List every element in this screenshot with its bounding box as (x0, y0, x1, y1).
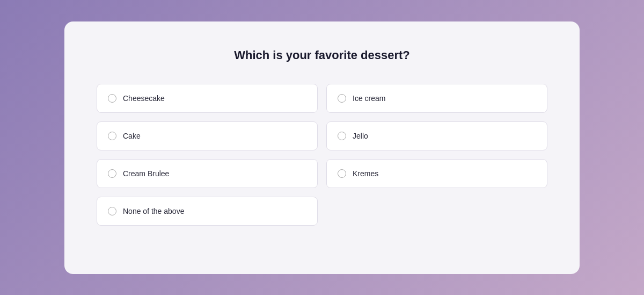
options-grid: Cheesecake Ice cream Cake Jello Cream Br… (97, 84, 547, 226)
survey-question-title: Which is your favorite dessert? (234, 48, 410, 62)
option-label-ice-cream: Ice cream (353, 94, 385, 103)
option-label-jello: Jello (353, 132, 368, 140)
option-label-kremes: Kremes (353, 169, 378, 178)
option-none-of-the-above[interactable]: None of the above (97, 197, 318, 226)
option-cheesecake[interactable]: Cheesecake (97, 84, 318, 113)
radio-cake[interactable] (108, 132, 116, 140)
radio-none-of-the-above[interactable] (108, 207, 116, 215)
radio-kremes[interactable] (338, 169, 346, 178)
option-label-none-of-the-above: None of the above (123, 207, 184, 215)
option-cake[interactable]: Cake (97, 121, 318, 150)
option-label-cake: Cake (123, 132, 141, 140)
option-jello[interactable]: Jello (326, 121, 547, 150)
radio-jello[interactable] (338, 132, 346, 140)
radio-cream-brulee[interactable] (108, 169, 116, 178)
radio-cheesecake[interactable] (108, 94, 116, 103)
option-label-cream-brulee: Cream Brulee (123, 169, 169, 178)
survey-card: Which is your favorite dessert? Cheeseca… (64, 21, 580, 274)
option-ice-cream[interactable]: Ice cream (326, 84, 547, 113)
radio-ice-cream[interactable] (338, 94, 346, 103)
option-label-cheesecake: Cheesecake (123, 94, 165, 103)
option-cream-brulee[interactable]: Cream Brulee (97, 159, 318, 188)
option-kremes[interactable]: Kremes (326, 159, 547, 188)
